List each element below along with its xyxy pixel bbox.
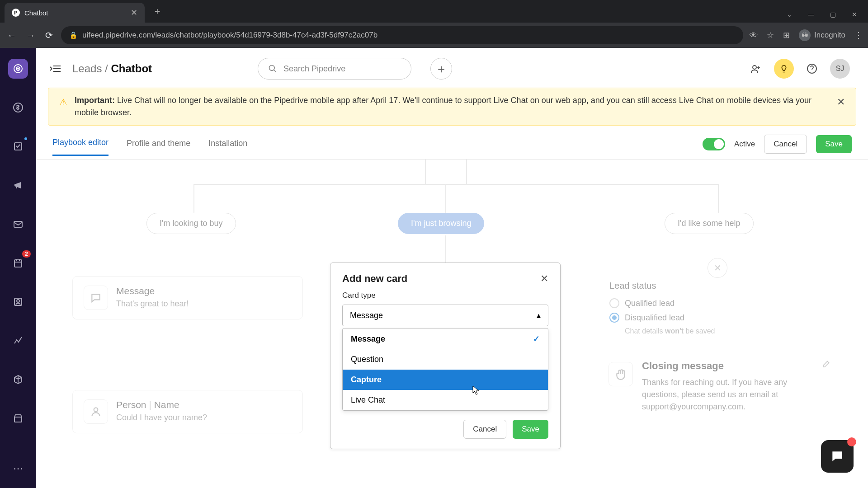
field-label: Card type xyxy=(342,291,548,300)
warning-icon: ⚠ xyxy=(59,95,67,109)
browser-tab[interactable]: P Chatbot ✕ xyxy=(5,3,145,23)
cancel-button[interactable]: Cancel xyxy=(764,135,807,154)
tab-profile-theme[interactable]: Profile and theme xyxy=(127,139,190,155)
save-button[interactable]: Save xyxy=(816,135,852,153)
modal-cancel-button[interactable]: Cancel xyxy=(463,420,506,439)
close-branch-button[interactable]: ✕ xyxy=(708,258,727,278)
check-icon: ✓ xyxy=(533,334,540,344)
extension-icon[interactable]: ⊞ xyxy=(783,30,790,40)
message-icon xyxy=(84,286,108,310)
url-text: uifeed.pipedrive.com/leads/chatbot/playb… xyxy=(82,31,377,40)
svg-point-9 xyxy=(269,66,275,71)
sidebar-item-marketplace[interactable] xyxy=(8,408,28,428)
radio-icon xyxy=(609,298,619,308)
message-card[interactable]: Message That's great to hear! xyxy=(72,276,303,319)
sidebar-item-deals[interactable] xyxy=(8,98,28,117)
sidebar-item-leads[interactable] xyxy=(8,59,28,79)
sidebar-item-activities[interactable]: 2 xyxy=(8,253,28,273)
bookmark-icon[interactable]: ☆ xyxy=(767,30,774,40)
browser-toolbar: ← → ⟳ 🔒 uifeed.pipedrive.com/leads/chatb… xyxy=(0,23,868,48)
incognito-badge[interactable]: 🕶 Incognito xyxy=(799,29,845,41)
svg-point-2 xyxy=(18,68,19,69)
connector-line xyxy=(445,184,446,213)
collapse-sidebar-icon[interactable] xyxy=(50,64,61,73)
close-icon[interactable]: ✕ xyxy=(837,94,845,109)
option-label: Live Chat xyxy=(351,395,385,405)
page-header: Leads / Chatbot Search Pipedrive ＋ SJ xyxy=(36,48,868,88)
option-pill-looking[interactable]: I'm looking to buy xyxy=(146,213,236,234)
sidebar-item-projects[interactable] xyxy=(8,136,28,156)
new-tab-button[interactable]: ＋ xyxy=(153,5,162,17)
eye-off-icon[interactable]: 👁 xyxy=(750,31,758,40)
playbook-canvas[interactable]: I'm looking to buy I'm just browsing I'd… xyxy=(36,160,868,488)
svg-rect-6 xyxy=(14,260,22,267)
forward-button[interactable]: → xyxy=(24,28,37,42)
page-tabs: Playbook editor Profile and theme Instal… xyxy=(36,126,868,160)
sidebar-item-mail[interactable] xyxy=(8,214,28,234)
edit-icon[interactable] xyxy=(821,360,830,369)
radio-disqualified[interactable]: Disqualified lead xyxy=(609,313,826,323)
back-button[interactable]: ← xyxy=(5,28,18,42)
active-toggle-label: Active xyxy=(734,140,755,149)
dropdown-option-livechat[interactable]: Live Chat xyxy=(343,390,548,410)
user-avatar[interactable]: SJ xyxy=(830,59,850,79)
svg-point-8 xyxy=(17,300,19,302)
breadcrumb-sep: / xyxy=(105,62,108,75)
sidebar-more-icon[interactable]: ⋯ xyxy=(13,463,23,474)
card-subtitle: That's great to hear! xyxy=(116,299,189,309)
warning-banner: ⚠ Important: Live Chat will no longer be… xyxy=(48,88,856,126)
option-pill-help[interactable]: I'd like some help xyxy=(665,213,754,234)
wave-icon xyxy=(609,362,633,386)
option-label: Question xyxy=(351,355,383,364)
tab-favicon: P xyxy=(12,9,20,17)
dropdown-option-question[interactable]: Question xyxy=(343,349,548,370)
minimize-button[interactable]: — xyxy=(807,11,816,18)
dropdown-option-capture[interactable]: Capture xyxy=(343,370,548,390)
tab-playbook-editor[interactable]: Playbook editor xyxy=(52,138,108,156)
reload-button[interactable]: ⟳ xyxy=(43,28,55,42)
sidebar-item-campaigns[interactable] xyxy=(8,175,28,195)
help-icon[interactable] xyxy=(802,59,822,79)
tab-installation[interactable]: Installation xyxy=(208,139,247,155)
breadcrumb-parent[interactable]: Leads xyxy=(72,62,102,75)
tab-title: Chatbot xyxy=(24,9,126,17)
breadcrumb-current: Chatbot xyxy=(111,62,152,75)
sidebar-item-contacts[interactable] xyxy=(8,292,28,312)
card-title: Message xyxy=(116,286,189,296)
modal-save-button[interactable]: Save xyxy=(513,420,548,439)
close-icon[interactable]: ✕ xyxy=(540,273,548,285)
close-window-button[interactable]: ✕ xyxy=(850,11,859,18)
closing-title: Closing message xyxy=(642,360,812,372)
active-toggle[interactable] xyxy=(703,138,725,150)
connector-line xyxy=(193,184,194,213)
hints-icon[interactable] xyxy=(774,59,794,79)
chat-widget-button[interactable] xyxy=(821,440,854,473)
option-label: Capture xyxy=(351,375,382,385)
card-type-dropdown: Message ✓ Question Capture Live Chat xyxy=(342,328,548,411)
connector-line xyxy=(193,184,719,185)
close-icon[interactable]: ✕ xyxy=(131,8,137,18)
person-card[interactable]: Person | Name Could I have your name? xyxy=(72,390,303,433)
closing-text: Thanks for reaching out. If you have any… xyxy=(642,376,812,413)
card-type-select[interactable]: Message ▴ xyxy=(342,305,548,326)
sidebar-item-insights[interactable] xyxy=(8,331,28,351)
banner-prefix: Important: xyxy=(75,96,115,105)
notification-dot xyxy=(847,437,856,446)
closing-message-card[interactable]: Closing message Thanks for reaching out.… xyxy=(609,360,830,413)
url-bar[interactable]: 🔒 uifeed.pipedrive.com/leads/chatbot/pla… xyxy=(61,26,743,44)
chevron-down-icon[interactable]: ⌄ xyxy=(785,11,794,18)
global-search[interactable]: Search Pipedrive xyxy=(258,58,411,80)
maximize-button[interactable]: ▢ xyxy=(828,11,837,18)
option-pill-browsing[interactable]: I'm just browsing xyxy=(398,213,484,234)
radio-icon xyxy=(609,313,619,323)
sidebar-item-products[interactable] xyxy=(8,370,28,389)
option-label: Message xyxy=(351,334,385,344)
dropdown-option-message[interactable]: Message ✓ xyxy=(343,328,548,349)
browser-tab-strip: P Chatbot ✕ ＋ ⌄ — ▢ ✕ xyxy=(0,0,868,23)
person-icon xyxy=(84,399,108,424)
kebab-menu-icon[interactable]: ⋮ xyxy=(854,30,863,40)
quick-add-button[interactable]: ＋ xyxy=(430,58,452,80)
add-card-modal: Add new card ✕ Card type Message ▴ Messa… xyxy=(330,263,561,449)
invite-users-icon[interactable] xyxy=(746,59,766,79)
radio-qualified[interactable]: Qualified lead xyxy=(609,298,826,308)
